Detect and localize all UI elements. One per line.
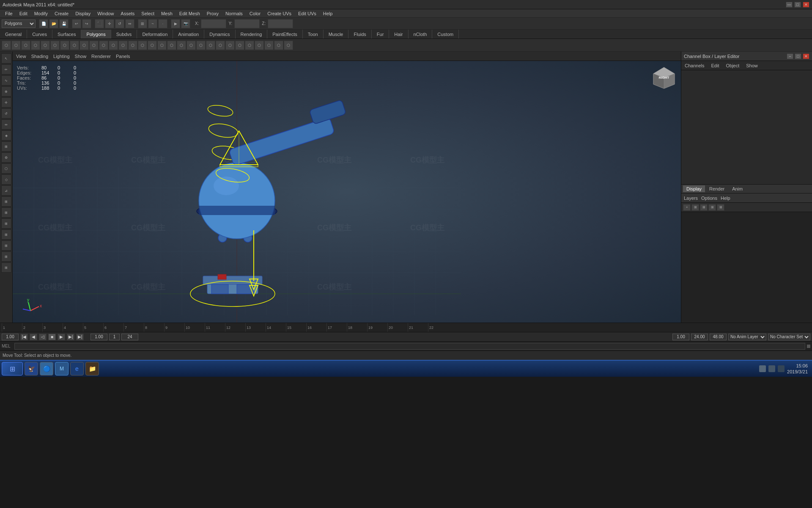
shelf-icon-15[interactable]: ⬡ <box>138 41 147 50</box>
menu-normals[interactable]: Normals <box>222 10 246 17</box>
shelf-icon-16[interactable]: ⬡ <box>148 41 157 50</box>
shelf-icon-5[interactable]: ⬡ <box>41 41 50 50</box>
viewport-menu-shading[interactable]: Shading <box>31 54 48 59</box>
tl-22[interactable]: 22 <box>428 323 448 332</box>
lo-layers[interactable]: Layers <box>684 196 698 201</box>
panel-collapse-btn[interactable]: − <box>787 53 793 59</box>
tool14[interactable]: ⊞ <box>1 229 11 240</box>
tl-11[interactable]: 11 <box>205 323 225 332</box>
menu-modify[interactable]: Modify <box>31 10 51 17</box>
tl-16[interactable]: 16 <box>306 323 326 332</box>
start-button[interactable]: ⊞ <box>2 362 23 375</box>
menu-file[interactable]: File <box>2 10 16 17</box>
menu-display[interactable]: Display <box>72 10 94 17</box>
render-btn[interactable]: ▶ <box>171 19 180 28</box>
tool6[interactable]: ⊞ <box>1 141 11 152</box>
close-button[interactable]: ✕ <box>803 2 809 8</box>
cmdline-input[interactable] <box>14 343 805 350</box>
end-frame-field[interactable] <box>121 334 138 340</box>
tab-deformation[interactable]: Deformation <box>137 30 173 39</box>
frame-back-btn[interactable]: |◀ <box>20 334 28 340</box>
x-field[interactable] <box>201 19 226 28</box>
new-scene-btn[interactable]: 📄 <box>39 19 48 28</box>
tl-17[interactable]: 17 <box>326 323 347 332</box>
shelf-icon-22[interactable]: ⬡ <box>206 41 215 50</box>
layer-icon-2[interactable]: ⊞ <box>700 204 708 211</box>
play-fwd-btn[interactable]: ▶ <box>58 334 65 340</box>
select-btn[interactable]: ↖ <box>1 53 11 64</box>
tl-15[interactable]: 15 <box>286 323 306 332</box>
panel-close-btn[interactable]: ✕ <box>803 53 809 59</box>
tab-subdvs[interactable]: Subdvs <box>111 30 137 39</box>
tool9[interactable]: ◇ <box>1 174 11 185</box>
rp-tab-object[interactable]: Object <box>724 62 741 69</box>
shelf-icon-12[interactable]: ⬡ <box>109 41 118 50</box>
ipr-btn[interactable]: 📷 <box>181 19 190 28</box>
select-tool[interactable]: ⬛ <box>95 19 104 28</box>
tl-18[interactable]: 18 <box>347 323 367 332</box>
menu-create-uvs[interactable]: Create UVs <box>264 10 295 17</box>
tl-1[interactable]: 1 <box>2 323 22 332</box>
layout-selector[interactable]: Polygons <box>2 19 36 28</box>
tl-5[interactable]: 5 <box>83 323 103 332</box>
layer-icon-1[interactable]: ⊞ <box>691 204 699 211</box>
layer-icon-3[interactable]: ⊞ <box>708 204 716 211</box>
maximize-button[interactable]: □ <box>794 2 801 8</box>
tl-14[interactable]: 14 <box>266 323 286 332</box>
shelf-icon-17[interactable]: ⬡ <box>157 41 167 50</box>
tool15[interactable]: ⊞ <box>1 240 11 251</box>
viewport-menu-view[interactable]: View <box>16 54 26 59</box>
play-back-btn[interactable]: ◁ <box>39 334 47 340</box>
menu-window[interactable]: Window <box>94 10 117 17</box>
range-end-field[interactable] <box>710 334 727 340</box>
shelf-icon-29[interactable]: ⬡ <box>274 41 283 50</box>
shelf-icon-21[interactable]: ⬡ <box>196 41 206 50</box>
lasso-btn[interactable]: ∿ <box>1 75 11 86</box>
tab-surfaces[interactable]: Surfaces <box>52 30 81 39</box>
br-tab-render[interactable]: Render <box>706 185 728 192</box>
tl-8[interactable]: 8 <box>144 323 164 332</box>
current-time-field[interactable] <box>2 334 19 340</box>
tl-12[interactable]: 12 <box>225 323 245 332</box>
shelf-icon-23[interactable]: ⬡ <box>216 41 225 50</box>
tab-muscle[interactable]: Muscle <box>324 30 349 39</box>
tl-7[interactable]: 7 <box>123 323 144 332</box>
shelf-icon-30[interactable]: ⬡ <box>284 41 293 50</box>
tab-polygons[interactable]: Polygons <box>81 30 111 39</box>
tool13[interactable]: ⊞ <box>1 218 11 229</box>
shelf-icon-4[interactable]: ⬡ <box>31 41 40 50</box>
tab-painteffects[interactable]: PaintEffects <box>267 30 303 39</box>
menu-mesh[interactable]: Mesh <box>158 10 176 17</box>
shelf-icon-13[interactable]: ⬡ <box>118 41 128 50</box>
step-back-btn[interactable]: ◀ <box>30 334 37 340</box>
tool12[interactable]: ⊞ <box>1 207 11 218</box>
shelf-icon-7[interactable]: ⬡ <box>60 41 69 50</box>
menu-select[interactable]: Select <box>138 10 158 17</box>
tl-2[interactable]: 2 <box>22 323 42 332</box>
tab-ncloth[interactable]: nCloth <box>409 30 433 39</box>
shelf-icon-3[interactable]: ⬡ <box>21 41 30 50</box>
tool8[interactable]: ⬡ <box>1 163 11 174</box>
tl-3[interactable]: 3 <box>42 323 63 332</box>
viewport-menu-panels[interactable]: Panels <box>116 54 130 59</box>
snap-curve-btn[interactable]: ~ <box>148 19 157 28</box>
menu-help[interactable]: Help <box>320 10 336 17</box>
tool2[interactable]: ✛ <box>1 97 11 108</box>
playback-end-field[interactable] <box>691 334 708 340</box>
z-field[interactable] <box>268 19 293 28</box>
taskbar-maya[interactable]: M <box>55 362 69 375</box>
tool10[interactable]: ⊿ <box>1 185 11 196</box>
tab-rendering[interactable]: Rendering <box>236 30 268 39</box>
tool17[interactable]: ⊞ <box>1 262 11 273</box>
frame-fwd-btn[interactable]: ▶| <box>76 334 84 340</box>
viewport-menu-show[interactable]: Show <box>75 54 87 59</box>
tl-21[interactable]: 21 <box>408 323 428 332</box>
shelf-icon-18[interactable]: ⬡ <box>167 41 176 50</box>
rp-tab-channels[interactable]: Channels <box>683 62 706 69</box>
create-layer-btn[interactable]: + <box>683 204 691 211</box>
minimize-button[interactable]: — <box>786 2 793 8</box>
snap-point-btn[interactable]: · <box>158 19 167 28</box>
redo-btn[interactable]: ↪ <box>82 19 91 28</box>
menu-assets[interactable]: Assets <box>117 10 138 17</box>
tab-hair[interactable]: Hair <box>389 30 408 39</box>
